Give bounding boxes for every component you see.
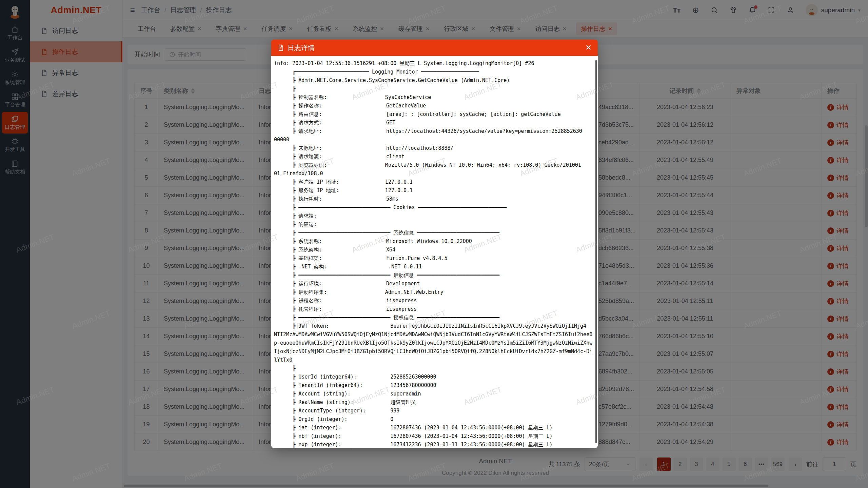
document-icon	[277, 44, 284, 51]
modal-body: info: 2023-01-04 12:55:36.1516291 +08:00…	[271, 56, 598, 448]
modal-header: 日志详情 ✕	[271, 40, 598, 56]
modal-title: 日志详情	[288, 43, 315, 53]
modal-scrollbar[interactable]	[595, 60, 597, 443]
log-detail-text: info: 2023-01-04 12:55:36.1516291 +08:00…	[274, 59, 598, 448]
log-detail-modal: 日志详情 ✕ info: 2023-01-04 12:55:36.1516291…	[271, 40, 598, 448]
close-icon[interactable]: ✕	[586, 44, 592, 52]
